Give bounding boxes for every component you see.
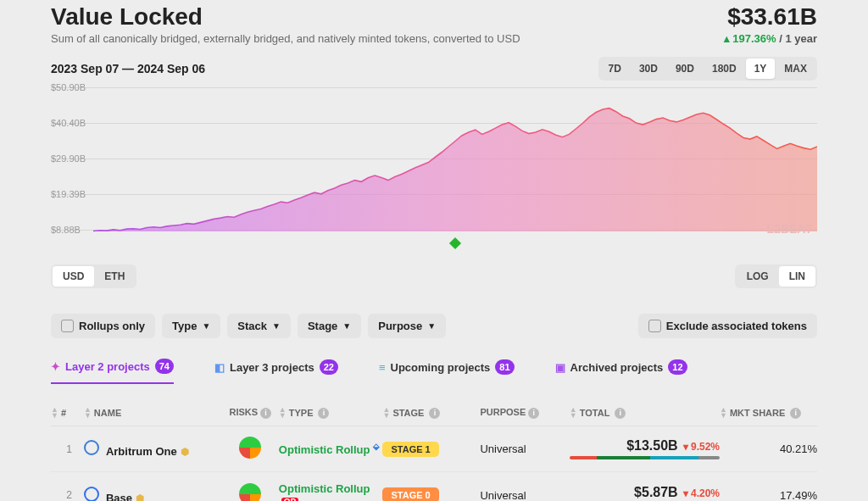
- breakdown-bar: [570, 456, 720, 459]
- table-row[interactable]: 1Arbitrum One⬢Optimistic Rollup⬙STAGE 1U…: [51, 426, 817, 472]
- tab-upcoming-projects[interactable]: ≡Upcoming projects81: [379, 353, 515, 384]
- chevron-down-icon: ▼: [272, 321, 281, 331]
- change-row: ▴ 197.36% / 1 year: [724, 32, 817, 45]
- project-name: Arbitrum One: [106, 445, 177, 458]
- checkbox-icon: [648, 320, 661, 332]
- y-tick: $8.88B: [51, 225, 81, 235]
- shield-icon: ⬢: [181, 446, 189, 458]
- filter-stage[interactable]: Stage▼: [298, 314, 361, 338]
- project-name: Base: [106, 492, 132, 502]
- total-value: $5.87B: [634, 485, 678, 499]
- pct-change: ▾ 9.52%: [683, 441, 720, 453]
- total-value: $33.61B: [724, 3, 817, 31]
- col-name[interactable]: ▲▼NAME: [84, 407, 222, 419]
- info-icon[interactable]: i: [615, 408, 626, 419]
- time-1y[interactable]: 1Y: [746, 58, 776, 79]
- total-value: $13.50B: [626, 438, 678, 453]
- y-tick: $19.39B: [51, 189, 86, 199]
- tab-layer-2-projects[interactable]: ✦Layer 2 projects74: [51, 353, 174, 384]
- filter-purpose[interactable]: Purpose▼: [368, 314, 446, 338]
- filter-type[interactable]: Type▼: [162, 314, 220, 338]
- market-share: 17.49%: [720, 489, 817, 502]
- col-share[interactable]: ▲▼MKT SHAREi: [720, 407, 817, 419]
- checkbox-icon: [61, 320, 74, 332]
- scale-lin[interactable]: LIN: [779, 266, 815, 287]
- col-type[interactable]: ▲▼TYPEi: [279, 407, 383, 419]
- time-30d[interactable]: 30D: [631, 58, 666, 79]
- y-tick: $29.90B: [51, 153, 86, 164]
- scale-log[interactable]: LOG: [737, 266, 779, 287]
- currency-usd[interactable]: USD: [53, 266, 94, 287]
- exclude-tokens-filter[interactable]: Exclude associated tokens: [638, 314, 817, 338]
- col-index[interactable]: ▲▼#: [51, 407, 84, 419]
- y-tick: $40.40B: [51, 118, 86, 128]
- shield-icon: ⬢: [136, 493, 144, 502]
- purpose-label: Universal: [480, 489, 569, 502]
- filter-stack[interactable]: Stack▼: [227, 314, 291, 338]
- stage-badge: STAGE 1: [382, 442, 438, 457]
- time-7d[interactable]: 7D: [600, 58, 630, 79]
- tab-archived-projects[interactable]: ▣Archived projects12: [555, 353, 687, 384]
- chevron-down-icon: ▼: [202, 321, 210, 331]
- risk-pie-icon[interactable]: [239, 483, 261, 502]
- info-icon[interactable]: i: [528, 408, 539, 419]
- page-subtitle: Sum of all canonically bridged, external…: [51, 32, 520, 45]
- type-label: Optimistic Rollup: [279, 443, 370, 456]
- watermark: L2BEAT: [767, 222, 812, 236]
- col-risks[interactable]: RISKSi: [222, 407, 279, 419]
- scale-toggle: LOGLIN: [735, 264, 817, 288]
- info-icon[interactable]: i: [790, 408, 801, 419]
- chevron-down-icon: ▼: [427, 321, 436, 331]
- page-title: Value Locked: [51, 3, 520, 31]
- date-range: 2023 Sep 07 — 2024 Sep 06: [51, 62, 205, 75]
- col-total[interactable]: ▲▼TOTALi: [570, 407, 720, 419]
- currency-toggle: USDETH: [51, 264, 136, 288]
- table-row[interactable]: 2Base⬢Optimistic RollupOPSTAGE 0Universa…: [51, 472, 817, 501]
- info-icon[interactable]: i: [260, 408, 271, 419]
- col-purpose[interactable]: PURPOSEi: [480, 407, 569, 419]
- chevron-down-icon: ▼: [342, 321, 351, 331]
- type-label: Optimistic Rollup: [279, 482, 370, 495]
- info-icon[interactable]: i: [318, 408, 329, 419]
- time-180d[interactable]: 180D: [704, 58, 745, 79]
- tab-layer-3-projects[interactable]: ◧Layer 3 projects22: [214, 353, 338, 384]
- tvl-chart[interactable]: $50.90B$40.40B$29.90B$19.39B$8.88B L2BEA…: [51, 82, 817, 256]
- currency-eth[interactable]: ETH: [94, 266, 135, 287]
- pct-change: ▾ 4.20%: [683, 487, 720, 499]
- project-icon: [84, 440, 99, 455]
- time-max[interactable]: MAX: [776, 58, 815, 79]
- col-stage[interactable]: ▲▼STAGEi: [382, 407, 480, 419]
- info-icon[interactable]: i: [429, 408, 440, 419]
- risk-pie-icon[interactable]: [239, 437, 261, 459]
- project-icon: [84, 487, 99, 502]
- y-tick: $50.90B: [51, 82, 86, 92]
- time-90d[interactable]: 90D: [667, 58, 703, 79]
- purpose-label: Universal: [480, 443, 569, 455]
- stage-badge: STAGE 0: [382, 487, 438, 501]
- table-header: ▲▼# ▲▼NAME RISKSi ▲▼TYPEi ▲▼STAGEi PURPO…: [51, 400, 817, 426]
- time-range-selector: 7D30D90D180D1YMAX: [598, 57, 817, 81]
- rollups-only-filter[interactable]: Rollups only: [51, 314, 155, 338]
- market-share: 40.21%: [720, 443, 817, 455]
